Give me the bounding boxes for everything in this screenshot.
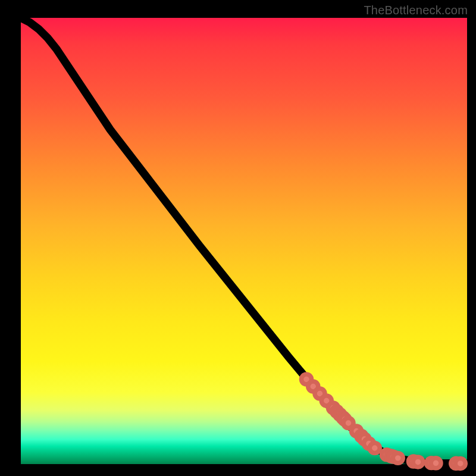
data-point xyxy=(393,453,403,463)
data-point xyxy=(431,458,441,468)
plot-area xyxy=(21,18,467,464)
data-point xyxy=(369,443,380,453)
data-point xyxy=(455,458,465,468)
chart-stage: TheBottleneck.com xyxy=(0,0,476,476)
data-curve xyxy=(21,18,467,464)
plot-svg xyxy=(21,18,467,464)
watermark-label: TheBottleneck.com xyxy=(364,4,468,17)
scatter-points xyxy=(302,374,466,468)
data-point xyxy=(413,457,423,467)
